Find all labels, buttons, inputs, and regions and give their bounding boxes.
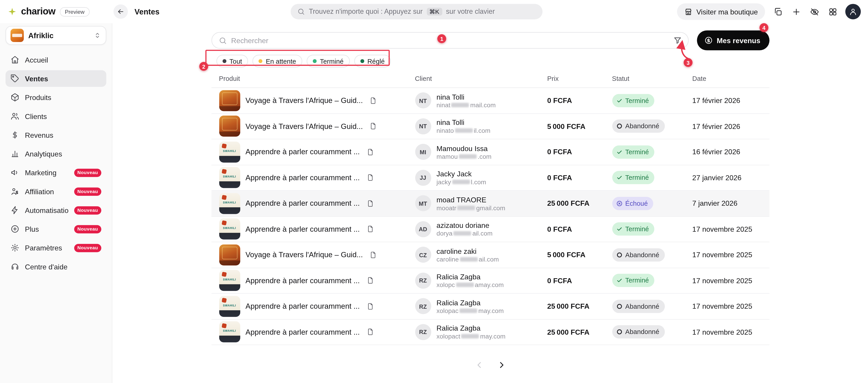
date: 17 février 2026 (692, 97, 769, 105)
table-row[interactable]: Voyage à Travers l'Afrique – Guid...NTni… (211, 114, 769, 139)
price: 25 000 FCFA (547, 328, 612, 336)
client-email: ninatoil.com (436, 127, 490, 134)
redacted-email-segment (460, 309, 477, 313)
person-icon (848, 7, 857, 16)
sidebar-item-clients[interactable]: Clients (5, 108, 106, 125)
date: 7 janvier 2026 (692, 199, 769, 208)
client-name: Mamoudou Issa (436, 144, 491, 153)
table-row[interactable]: SWAHILIApprendre à parler couramment ...… (211, 165, 769, 191)
status-badge: Terminé (612, 274, 654, 287)
chevron-right-icon (496, 360, 506, 370)
copy-link-button[interactable] (772, 6, 783, 17)
product-thumbnail: SWAHILI (219, 270, 240, 291)
sidebar-item-parametres[interactable]: ParamètresNouveau (5, 239, 106, 256)
coin-icon (704, 36, 713, 45)
status-badge: Terminé (612, 222, 654, 236)
apps-button[interactable] (827, 6, 838, 17)
column-header: Client (415, 75, 547, 82)
store-name: Afriklic (28, 31, 89, 39)
global-search-bar[interactable]: Trouvez n'importe quoi : Appuyez sur ⌘K … (291, 4, 542, 20)
sales-search-input[interactable] (231, 36, 667, 44)
table-row[interactable]: SWAHILIApprendre à parler couramment ...… (211, 191, 769, 216)
my-revenue-button[interactable]: Mes revenus (697, 31, 769, 50)
filter-chip-en-attente[interactable]: En attente (252, 55, 302, 67)
product-title: Apprendre à parler couramment ... (246, 276, 360, 285)
sidebar-item-affiliation[interactable]: AffiliationNouveau (5, 183, 106, 200)
client-name: Ralicia Zagba (436, 273, 504, 281)
table-row[interactable]: SWAHILIApprendre à parler couramment ...… (211, 319, 769, 345)
dollar-icon (11, 131, 20, 139)
grid-icon (828, 7, 837, 16)
next-page-button[interactable] (493, 357, 509, 373)
prev-page-button[interactable] (471, 357, 487, 373)
sidebar-item-marketing[interactable]: MarketingNouveau (5, 164, 106, 181)
product-file-icon (366, 277, 374, 284)
annotation-step-2: 2 (199, 62, 208, 71)
status-icon (616, 303, 622, 309)
table-row[interactable]: Voyage à Travers l'Afrique – Guid...CZca… (211, 242, 769, 268)
sidebar-item-accueil[interactable]: Accueil (5, 51, 106, 68)
date: 17 février 2026 (692, 122, 769, 131)
status-dot (360, 59, 364, 63)
price: 5 000 FCFA (547, 251, 612, 259)
visit-store-button[interactable]: Visiter ma boutique (677, 3, 765, 20)
pluscircle-icon (11, 224, 20, 233)
back-button[interactable] (114, 4, 128, 19)
client-name: Jacky Jack (436, 170, 486, 178)
headset-icon (11, 262, 20, 271)
megaphone-icon (11, 168, 20, 177)
table-row[interactable]: SWAHILIApprendre à parler couramment ...… (211, 268, 769, 294)
filter-button[interactable] (671, 34, 684, 46)
store-logo (11, 29, 24, 42)
date: 17 novembre 2025 (692, 251, 769, 259)
add-button[interactable] (790, 6, 802, 17)
status-icon (616, 226, 622, 232)
home-icon (11, 55, 20, 64)
store-switcher[interactable]: Afriklic (5, 26, 106, 45)
copy-icon (773, 7, 782, 16)
filter-chip-termine[interactable]: Terminé (307, 55, 350, 67)
sidebar-item-automatisations[interactable]: AutomatisationsNouveau (5, 202, 106, 218)
filter-chip-tout[interactable]: Tout (216, 55, 248, 67)
client-avatar: AD (415, 221, 431, 237)
price: 0 FCFA (547, 276, 612, 285)
plus-icon (792, 7, 801, 16)
annotation-step-3: 3 (684, 58, 692, 67)
users-icon (11, 112, 20, 120)
table-row[interactable]: Voyage à Travers l'Afrique – Guid...NTni… (211, 88, 769, 114)
chariow-logo-icon (8, 7, 17, 16)
tag-icon (11, 74, 20, 83)
sidebar-item-ventes[interactable]: Ventes (5, 70, 106, 87)
hide-button[interactable] (809, 6, 820, 17)
product-thumbnail (219, 244, 240, 265)
table-row[interactable]: SWAHILIApprendre à parler couramment ...… (211, 216, 769, 242)
page-header: Ventes (114, 0, 160, 23)
sidebar-item-analytiques[interactable]: Analytiques (5, 145, 106, 162)
nouveau-badge: Nouveau (74, 187, 101, 196)
sidebar-item-produits[interactable]: Produits (5, 89, 106, 105)
affiliate-icon (11, 187, 20, 196)
table-row[interactable]: SWAHILIApprendre à parler couramment ...… (211, 293, 769, 319)
client-email: jackyl.com (436, 179, 486, 185)
status-badge: Abandonné (612, 120, 665, 133)
page-title: Ventes (134, 7, 160, 16)
filter-chip-regle[interactable]: Réglé (354, 55, 391, 67)
product-title: Apprendre à parler couramment ... (246, 302, 360, 311)
client-name: caroline zaki (436, 247, 499, 255)
client-avatar: MT (415, 195, 431, 211)
user-avatar[interactable] (845, 4, 861, 20)
product-thumbnail (219, 90, 240, 111)
status-dot (258, 59, 262, 63)
client-name: nina Tolli (436, 118, 490, 127)
sidebar-item-centre-daide[interactable]: Centre d'aide (5, 258, 106, 275)
column-header: Prix (547, 75, 612, 82)
product-file-icon (366, 328, 374, 336)
sidebar-item-revenus[interactable]: Revenus (5, 127, 106, 143)
topbar-actions: Visiter ma boutique (677, 0, 861, 23)
product-file-icon (366, 199, 374, 207)
sidebar-item-plus[interactable]: PlusNouveau (5, 221, 106, 237)
table-row[interactable]: SWAHILIApprendre à parler couramment ...… (211, 139, 769, 165)
client-email: ninatmail.com (436, 102, 496, 108)
cmd-k-shortcut: ⌘K (427, 8, 442, 15)
client-avatar: NT (415, 93, 431, 109)
